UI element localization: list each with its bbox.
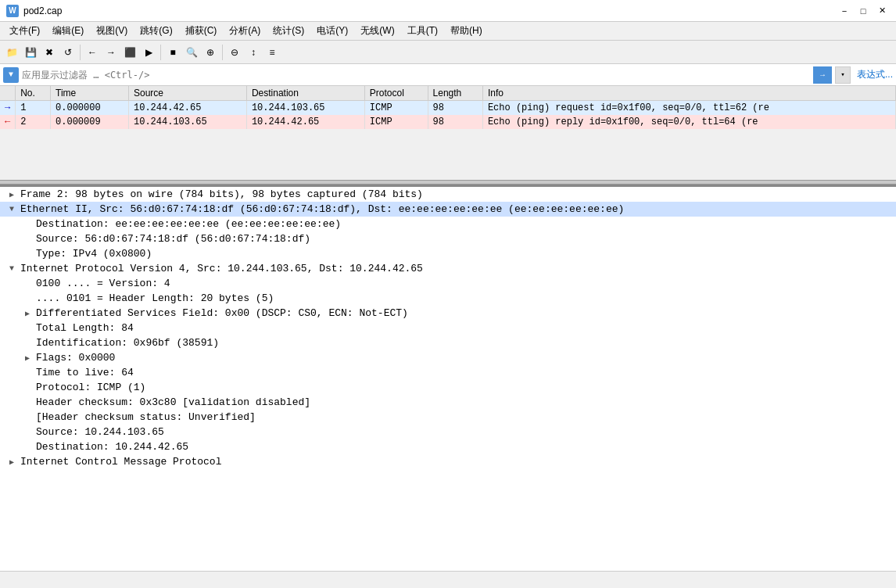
packet-table: No.TimeSourceDestinationProtocolLengthIn… [0,86,896,129]
filter-expr-label[interactable]: 表达式... [857,68,893,81]
detail-text: Internet Protocol Version 4, Src: 10.244… [20,263,887,274]
detail-row[interactable]: ▶Destination: 10.244.42.65 [0,439,896,454]
app-icon: W [6,5,19,17]
packet-cell: ICMP [364,101,428,116]
menu-item[interactable]: 文件(F) [3,23,46,39]
packet-cell: 2 [16,115,51,129]
menu-item[interactable]: 帮助(H) [444,23,489,39]
detail-text: .... 0101 = Header Length: 20 bytes (5) [36,292,887,304]
packet-cell: 10.244.103.65 [246,101,364,116]
detail-text: Source: 56:d0:67:74:18:df (56:d0:67:74:1… [36,233,887,245]
window-title: pod2.cap [23,5,837,16]
detail-row[interactable]: ▶Header checksum: 0x3c80 [validation dis… [0,395,896,410]
menu-item[interactable]: 捕获(C) [179,23,224,39]
detail-text: [Header checksum status: Unverified] [36,411,887,423]
window-controls: − □ ✕ [837,5,890,17]
menu-item[interactable]: 分析(A) [223,23,267,39]
detail-text: Destination: ee:ee:ee:ee:ee:ee (ee:ee:ee… [36,218,887,230]
toolbar-button[interactable]: ▶ [140,44,157,61]
filter-dropdown[interactable]: ▾ [835,66,851,84]
toolbar: 📁💾✖↺←→⬛▶■🔍⊕⊖↕≡ [0,41,896,64]
detail-row[interactable]: ▶Internet Control Message Protocol [0,454,896,469]
packet-row[interactable]: →10.00000010.244.42.6510.244.103.65ICMP9… [0,101,896,116]
filter-input[interactable] [22,70,810,81]
toolbar-separator [80,45,81,60]
column-header: No. [16,86,51,101]
toolbar-button[interactable]: ↕ [245,44,262,61]
detail-text: Protocol: ICMP (1) [36,382,887,393]
toolbar-button[interactable]: ⊖ [226,44,243,61]
detail-row[interactable]: ▼Ethernet II, Src: 56:d0:67:74:18:df (56… [0,202,896,217]
close-button[interactable]: ✕ [874,5,890,17]
detail-text: Frame 2: 98 bytes on wire (784 bits), 98… [20,188,887,200]
detail-row[interactable]: ▶Protocol: ICMP (1) [0,380,896,395]
detail-row[interactable]: ▶Source: 10.244.103.65 [0,425,896,439]
detail-row[interactable]: ▶Time to live: 64 [0,365,896,380]
detail-text: Internet Control Message Protocol [20,456,887,468]
packet-cell: 98 [428,115,482,129]
menu-item[interactable]: 无线(W) [354,23,400,39]
toolbar-button[interactable]: ≡ [263,44,281,61]
filter-apply-button[interactable]: → [813,66,832,84]
menu-item[interactable]: 电话(Y) [310,23,354,39]
packet-cell: ICMP [364,115,428,129]
packet-list-section: No.TimeSourceDestinationProtocolLengthIn… [0,86,896,180]
filter-icon: ▼ [3,67,19,83]
menu-item[interactable]: 视图(V) [90,23,134,39]
menu-item[interactable]: 工具(T) [401,23,444,39]
detail-row[interactable]: ▶[Header checksum status: Unverified] [0,410,896,425]
toolbar-button[interactable]: 💾 [22,44,39,61]
detail-text: Differentiated Services Field: 0x00 (DSC… [36,307,887,319]
column-header: Source [128,86,246,101]
detail-text: 0100 .... = Version: 4 [36,278,887,289]
detail-text: Time to live: 64 [36,367,887,378]
column-header: Protocol [364,86,428,101]
detail-text: Source: 10.244.103.65 [36,426,887,438]
menu-item[interactable]: 跳转(G) [134,23,178,39]
detail-text: Flags: 0x0000 [36,352,887,364]
detail-row[interactable]: ▶0100 .... = Version: 4 [0,276,896,291]
expand-icon: ▼ [9,205,17,213]
detail-row[interactable]: ▶Destination: ee:ee:ee:ee:ee:ee (ee:ee:e… [0,217,896,231]
column-header: Destination [246,86,364,101]
packet-row[interactable]: ←20.00000910.244.103.6510.244.42.65ICMP9… [0,115,896,129]
toolbar-button[interactable]: ← [84,44,101,61]
detail-row[interactable]: ▶Total Length: 84 [0,321,896,335]
detail-row[interactable]: ▶Identification: 0x96bf (38591) [0,335,896,350]
filter-bar: ▼ → ▾ 表达式... [0,64,896,86]
toolbar-button[interactable]: 🔍 [183,44,200,61]
minimize-button[interactable]: − [837,5,852,17]
detail-text: Ethernet II, Src: 56:d0:67:74:18:df (56:… [20,203,887,215]
title-bar: W pod2.cap − □ ✕ [0,0,896,22]
packet-cell: Echo (ping) request id=0x1f00, seq=0/0, … [482,101,895,116]
expand-icon: ▶ [25,309,33,318]
detail-row[interactable]: ▶Flags: 0x0000 [0,350,896,365]
toolbar-button[interactable]: ■ [164,44,181,61]
maximize-button[interactable]: □ [855,5,871,17]
detail-text: Type: IPv4 (0x0800) [36,248,887,260]
column-header: Info [482,86,895,101]
toolbar-button[interactable]: ⬛ [121,44,138,61]
main-content: No.TimeSourceDestinationProtocolLengthIn… [0,86,896,571]
toolbar-button[interactable]: ↺ [59,44,77,61]
toolbar-button[interactable]: → [102,44,120,61]
packet-cell: 1 [16,101,51,116]
expand-icon: ▶ [9,457,17,467]
toolbar-button[interactable]: ✖ [41,44,58,61]
toolbar-separator [160,45,161,60]
toolbar-button[interactable]: ⊕ [202,44,219,61]
packet-cell: 10.244.42.65 [246,115,364,129]
detail-text: Destination: 10.244.42.65 [36,441,887,453]
menu-item[interactable]: 统计(S) [267,23,310,39]
expand-icon: ▶ [9,190,17,199]
toolbar-button[interactable]: 📁 [3,44,20,61]
detail-row[interactable]: ▶Source: 56:d0:67:74:18:df (56:d0:67:74:… [0,231,896,246]
detail-row[interactable]: ▶Type: IPv4 (0x0800) [0,246,896,261]
direction-arrow: → [0,101,16,116]
detail-row[interactable]: ▶Frame 2: 98 bytes on wire (784 bits), 9… [0,187,896,202]
packet-cell: Echo (ping) reply id=0x1f00, seq=0/0, tt… [482,115,895,129]
detail-row[interactable]: ▼Internet Protocol Version 4, Src: 10.24… [0,261,896,276]
detail-row[interactable]: ▶Differentiated Services Field: 0x00 (DS… [0,306,896,321]
menu-item[interactable]: 编辑(E) [46,23,90,39]
detail-row[interactable]: ▶.... 0101 = Header Length: 20 bytes (5) [0,291,896,306]
